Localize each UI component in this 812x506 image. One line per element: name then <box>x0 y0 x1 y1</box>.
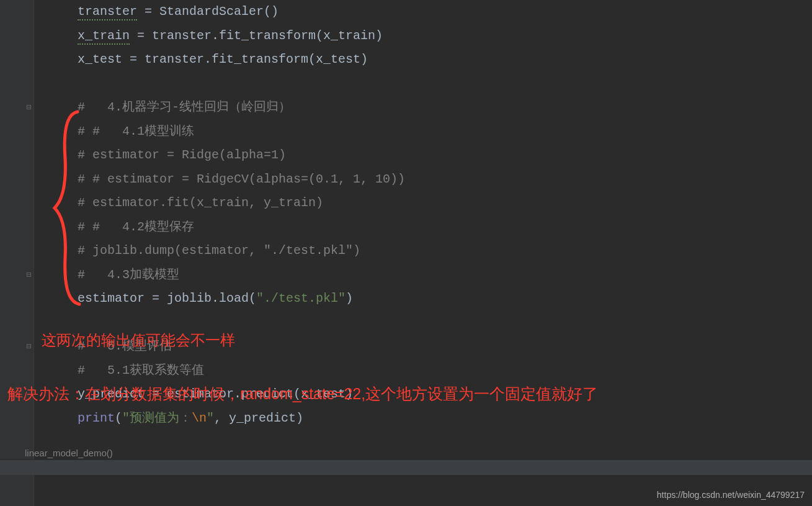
code-line[interactable]: print("预测值为：\n", y_predict) <box>37 407 812 431</box>
watermark-text: https://blog.csdn.net/weixin_44799217 <box>657 490 805 500</box>
code-token: "./test.pkl" <box>256 291 346 305</box>
code-token: ) <box>346 291 353 305</box>
code-line[interactable]: x_test = transter.fit_transform(x_test) <box>37 48 812 72</box>
code-token: # 4.3加载模型 <box>78 268 179 282</box>
annotation-text-1: 这两次的输出值可能会不一样 <box>42 330 235 350</box>
code-token: y_predict) <box>229 411 303 425</box>
code-token: " <box>207 411 214 425</box>
code-line[interactable] <box>37 72 812 96</box>
code-line[interactable]: x_train = transter.fit_transform(x_train… <box>37 24 812 48</box>
code-line[interactable]: # estimator.fit(x_train, y_train) <box>37 191 812 215</box>
code-token: # # estimator = RidgeCV(alphas=(0.1, 1, … <box>78 172 405 186</box>
code-token: , <box>214 411 229 425</box>
code-line[interactable]: # # 4.1模型训练 <box>37 120 812 144</box>
code-line[interactable]: # 4.机器学习-线性回归（岭回归） <box>37 96 812 120</box>
code-token: # joblib.dump(estimator, "./test.pkl") <box>78 243 360 258</box>
code-line[interactable]: # 4.3加载模型 <box>37 263 812 287</box>
code-token: # # 4.2模型保存 <box>78 220 194 234</box>
code-token: # estimator = Ridge(alpha=1) <box>78 148 286 162</box>
code-token: # # 4.1模型训练 <box>78 124 194 138</box>
bottom-toolbar <box>0 459 812 475</box>
code-token: = transter.fit_transform(x_train) <box>130 29 383 43</box>
code-editor[interactable]: transter = StandardScaler()x_train = tra… <box>0 0 812 430</box>
code-token: ( <box>115 411 122 425</box>
code-token: # estimator.fit(x_train, y_train) <box>78 196 323 210</box>
code-line[interactable]: # 5.1获取系数等值 <box>37 359 812 383</box>
code-line[interactable]: # # estimator = RidgeCV(alphas=(0.1, 1, … <box>37 168 812 192</box>
code-token: \n <box>192 411 207 425</box>
code-line[interactable]: # # 4.2模型保存 <box>37 215 812 240</box>
code-line[interactable]: # joblib.dump(estimator, "./test.pkl") <box>37 239 812 263</box>
code-token: # 4.机器学习-线性回归（岭回归） <box>78 100 291 114</box>
code-token: x_test = transter.fit_transform(x_test) <box>78 52 368 66</box>
code-token: # 5.1获取系数等值 <box>78 363 204 377</box>
code-token: transter <box>78 4 137 20</box>
code-line[interactable]: # estimator = Ridge(alpha=1) <box>37 143 812 168</box>
code-token: print <box>78 411 115 425</box>
code-line[interactable]: transter = StandardScaler() <box>37 0 812 24</box>
code-token: "预测值为： <box>122 411 192 425</box>
code-token: estimator = joblib.load( <box>78 291 256 305</box>
code-line[interactable]: estimator = joblib.load("./test.pkl") <box>37 287 812 311</box>
code-token: x_train <box>78 29 130 45</box>
breadcrumb[interactable]: linear_model_demo() <box>25 448 113 458</box>
code-token: = StandardScaler() <box>137 4 279 19</box>
annotation-text-2: 解决办法：在划分数据集的时候，random_state=22,这个地方设置为一个… <box>7 384 598 404</box>
